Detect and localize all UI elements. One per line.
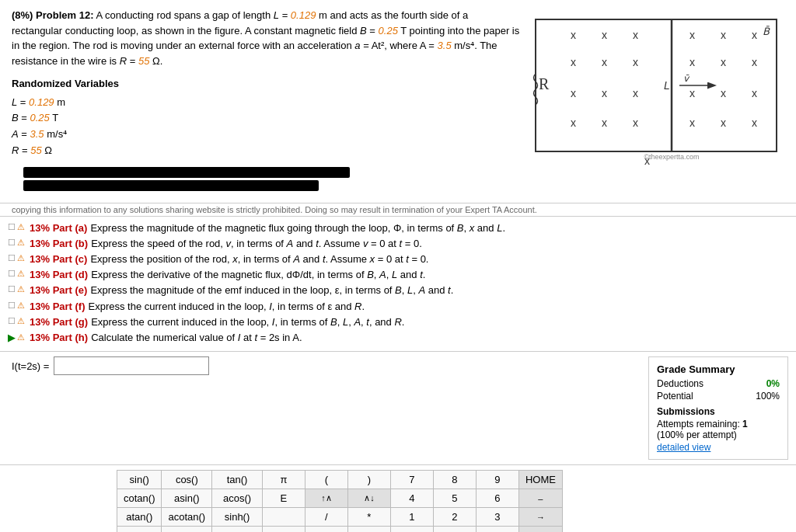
detailed-view-link[interactable]: detailed view <box>657 442 710 453</box>
key-close-paren[interactable]: ) <box>347 471 390 489</box>
key-cotan[interactable]: cotan() <box>117 489 162 508</box>
answer-input[interactable] <box>54 356 209 375</box>
key-5[interactable]: 5 <box>433 489 476 508</box>
key-dot[interactable]: . <box>433 527 476 532</box>
part-label-h: 13% Part (h) <box>30 331 88 345</box>
part-text-c: Express the position of the rod, x, in t… <box>90 252 428 266</box>
redacted-bar-2 <box>23 180 319 191</box>
svg-text:©theexpertta.com: ©theexpertta.com <box>644 153 699 161</box>
answer-label: I(t=2s) = <box>12 360 49 372</box>
key-acos[interactable]: acos() <box>212 489 263 508</box>
key-dash[interactable]: – <box>518 489 562 508</box>
key-9[interactable]: 9 <box>476 471 518 489</box>
key-minus[interactable]: - <box>305 527 347 532</box>
part-label-f: 13% Part (f) <box>30 300 86 314</box>
svg-text:B̄: B̄ <box>763 26 770 37</box>
var-B: B = 0.25 T <box>12 110 520 127</box>
key-down[interactable]: ∧↓ <box>347 489 390 508</box>
part-text-h: Calculate the numerical value of I at t … <box>91 331 302 345</box>
key-asin[interactable]: asin() <box>162 489 212 508</box>
svg-text:x: x <box>633 116 638 129</box>
key-2[interactable]: 2 <box>433 508 476 527</box>
part-row-f: ☐ ⚠ 13% Part (f) Express the current ind… <box>8 300 788 314</box>
part-text-d: Express the derivative of the magnetic f… <box>91 268 425 282</box>
key-0[interactable]: 0 <box>390 527 433 532</box>
warning-icon-d: ⚠ <box>17 268 25 280</box>
key-E[interactable]: E <box>262 489 305 508</box>
part-label-c: 13% Part (c) <box>30 252 87 266</box>
key-4[interactable]: 4 <box>390 489 433 508</box>
key-cotanh[interactable]: cotanh() <box>212 527 263 532</box>
key-sinh[interactable]: sinh() <box>212 508 263 527</box>
part-row-a: ☐ ⚠ 13% Part (a) Express the magnitude o… <box>8 221 788 235</box>
key-home[interactable]: HOME <box>518 471 562 489</box>
part-text-g: Express the current induced in the loop,… <box>91 315 404 329</box>
part-label-a: 13% Part (a) <box>30 221 87 235</box>
key-sin[interactable]: sin() <box>117 471 162 489</box>
svg-text:x: x <box>690 87 695 99</box>
key-6[interactable]: 6 <box>476 489 518 508</box>
var-L: L = 0.129 m <box>12 95 520 111</box>
R-value: 55 <box>138 55 149 67</box>
key-plus[interactable]: + <box>262 527 305 532</box>
key-open-paren[interactable]: ( <box>305 471 347 489</box>
part-text-e: Express the magnitude of the emf induced… <box>90 283 453 297</box>
key-end[interactable]: END <box>518 527 562 532</box>
grade-potential-row: Potential 100% <box>657 391 780 402</box>
key-up[interactable]: ↑∧ <box>305 489 347 508</box>
deductions-label: Deductions <box>657 378 703 389</box>
warning-icon-h: ⚠ <box>17 332 25 343</box>
svg-text:x: x <box>633 56 638 68</box>
copyright-line: copying this information to any solution… <box>0 203 796 217</box>
key-8[interactable]: 8 <box>433 471 476 489</box>
svg-text:R: R <box>539 75 550 92</box>
part-row-g: ☐ ⚠ 13% Part (g) Express the current ind… <box>8 315 788 329</box>
key-atan[interactable]: atan() <box>117 508 162 527</box>
part-label-b: 13% Part (b) <box>30 237 88 251</box>
part-label-e: 13% Part (e) <box>30 283 87 297</box>
key-right[interactable]: → <box>518 508 562 527</box>
key-7[interactable]: 7 <box>390 471 433 489</box>
part-row-h: ▶ ⚠ 13% Part (h) Calculate the numerical… <box>8 331 788 345</box>
key-multiply[interactable]: * <box>347 508 390 527</box>
svg-text:x: x <box>571 29 576 41</box>
keypad-table: sin() cos() tan() π ( ) 7 8 9 HOME cotan… <box>117 470 563 532</box>
potential-label: Potential <box>657 391 693 402</box>
problem-section: (8%) Problem 12: A conducting rod spans … <box>0 0 796 203</box>
key-3[interactable]: 3 <box>476 508 518 527</box>
attempts-value: 1 <box>742 419 748 429</box>
svg-text:x: x <box>602 29 607 41</box>
key-cos[interactable]: cos() <box>162 471 212 489</box>
svg-text:x: x <box>721 56 726 68</box>
keypad-row-4: cosh() tanh() cotanh() + - 0 . END <box>117 527 563 532</box>
key-acotan[interactable]: acotan() <box>162 508 212 527</box>
svg-text:x: x <box>571 116 576 129</box>
svg-text:x: x <box>721 116 726 129</box>
key-cosh[interactable]: cosh() <box>117 527 162 532</box>
answer-left: I(t=2s) = <box>12 356 633 381</box>
problem-text: (8%) Problem 12: A conducting rod spans … <box>12 8 520 196</box>
key-tanh[interactable]: tanh() <box>162 527 212 532</box>
svg-text:x: x <box>602 87 607 99</box>
part-text-a: Express the magnitude of the magnetic fl… <box>90 221 505 235</box>
keypad-section: sin() cos() tan() π ( ) 7 8 9 HOME cotan… <box>0 465 796 532</box>
part-row-c: ☐ ⚠ 13% Part (c) Express the position of… <box>8 252 788 266</box>
problem-description: (8%) Problem 12: A conducting rod spans … <box>12 8 520 68</box>
attempts-text: Attempts remaining: 1 <box>657 419 780 429</box>
key-divide[interactable]: / <box>305 508 347 527</box>
randomized-title: Randomized Variables <box>12 76 520 92</box>
key-pi[interactable]: π <box>262 471 305 489</box>
keypad-row-3: atan() acotan() sinh() / * 1 2 3 → <box>117 508 563 527</box>
svg-text:x: x <box>633 29 638 41</box>
key-empty-1 <box>262 508 305 527</box>
key-1[interactable]: 1 <box>390 508 433 527</box>
var-A: A = 3.5 m/s⁴ <box>12 127 520 143</box>
svg-text:x: x <box>690 116 695 129</box>
svg-text:x: x <box>752 29 757 41</box>
key-tan[interactable]: tan() <box>212 471 263 489</box>
svg-text:x: x <box>571 56 576 68</box>
keypad-row-1: sin() cos() tan() π ( ) 7 8 9 HOME <box>117 471 563 489</box>
randomized-vars: Randomized Variables L = 0.129 m B = 0.2… <box>12 76 520 159</box>
svg-text:x: x <box>602 116 607 129</box>
svg-text:x: x <box>752 56 757 68</box>
